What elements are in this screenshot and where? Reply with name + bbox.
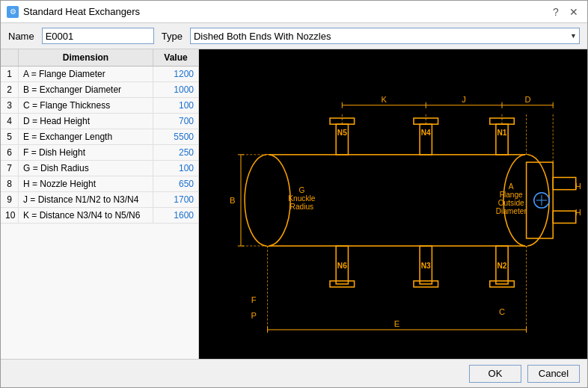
table-row[interactable]: 10 K = Distance N3/N4 to N5/N6 1600: [1, 208, 198, 224]
left-panel: Dimension Value 1 A = Flange Diameter 12…: [1, 49, 199, 359]
cell-value: 100: [153, 98, 198, 113]
svg-text:N5: N5: [337, 129, 347, 137]
cancel-button[interactable]: Cancel: [527, 365, 580, 383]
col-num-header: [1, 49, 19, 66]
table-row[interactable]: 5 E = Exchanger Length 5500: [1, 129, 198, 145]
cell-value: 650: [153, 176, 198, 191]
name-label: Name: [8, 31, 34, 42]
col-value-header: Value: [153, 49, 198, 66]
svg-text:G: G: [298, 186, 304, 194]
cell-value: 100: [153, 161, 198, 176]
svg-text:Radius: Radius: [290, 203, 314, 211]
diagram-svg: K J D B E C: [199, 49, 587, 359]
cell-num: 4: [1, 114, 19, 129]
name-input[interactable]: [42, 28, 154, 44]
cell-dimension: F = Dish Height: [19, 145, 153, 160]
cell-dimension: G = Dish Radius: [19, 161, 153, 176]
main-window: ⚙ Standard Heat Exchangers ? ✕ Name Type…: [0, 0, 588, 388]
table-row[interactable]: 1 A = Flange Diameter 1200: [1, 67, 198, 82]
svg-text:N2: N2: [497, 262, 507, 271]
col-dimension-header: Dimension: [19, 49, 153, 66]
cell-value: 1000: [153, 82, 198, 97]
right-panel: K J D B E C: [199, 49, 587, 359]
table-body: 1 A = Flange Diameter 1200 2 B = Exchang…: [1, 67, 198, 359]
cell-value: 1700: [153, 192, 198, 207]
table-row[interactable]: 6 F = Dish Height 250: [1, 145, 198, 161]
svg-text:D: D: [525, 95, 531, 104]
help-button[interactable]: ?: [548, 4, 563, 19]
svg-text:E: E: [394, 319, 399, 328]
svg-text:F: F: [251, 295, 257, 304]
svg-text:N3: N3: [421, 262, 431, 271]
table-row[interactable]: 4 D = Head Height 700: [1, 114, 198, 129]
app-icon: ⚙: [7, 6, 19, 18]
svg-text:Flange: Flange: [500, 191, 523, 199]
ok-button[interactable]: OK: [469, 365, 521, 383]
table-row[interactable]: 7 G = Dish Radius 100: [1, 161, 198, 176]
bottom-bar: OK Cancel: [1, 359, 587, 387]
type-label: Type: [162, 31, 183, 42]
cell-num: 10: [1, 208, 19, 223]
cell-dimension: J = Distance N1/N2 to N3/N4: [19, 192, 153, 207]
svg-text:H: H: [575, 208, 581, 217]
type-select-container: Dished Both Ends With Nozzles: [190, 28, 580, 44]
title-bar: ⚙ Standard Heat Exchangers ? ✕: [1, 1, 587, 23]
cell-num: 5: [1, 129, 19, 144]
svg-text:A: A: [509, 182, 514, 191]
cell-num: 3: [1, 98, 19, 113]
svg-text:N1: N1: [497, 129, 507, 137]
window-title: Standard Heat Exchangers: [23, 6, 140, 17]
cell-dimension: D = Head Height: [19, 114, 153, 129]
close-button[interactable]: ✕: [566, 4, 581, 19]
svg-text:N4: N4: [421, 129, 431, 137]
svg-text:B: B: [230, 196, 235, 205]
cell-num: 7: [1, 161, 19, 176]
cell-dimension: H = Nozzle Height: [19, 176, 153, 191]
cell-num: 6: [1, 145, 19, 160]
table-row[interactable]: 8 H = Nozzle Height 650: [1, 176, 198, 192]
cell-num: 9: [1, 192, 19, 207]
top-bar: Name Type Dished Both Ends With Nozzles: [1, 23, 587, 49]
cell-num: 1: [1, 67, 19, 81]
title-bar-controls: ? ✕: [548, 4, 581, 19]
table-row[interactable]: 2 B = Exchanger Diameter 1000: [1, 82, 198, 98]
cell-dimension: K = Distance N3/N4 to N5/N6: [19, 208, 153, 223]
svg-text:Diameter: Diameter: [496, 207, 527, 215]
title-bar-left: ⚙ Standard Heat Exchangers: [7, 6, 140, 18]
cell-value: 5500: [153, 129, 198, 144]
svg-text:Outside: Outside: [498, 199, 524, 207]
svg-text:J: J: [462, 95, 466, 104]
svg-text:H: H: [575, 182, 581, 191]
table-row[interactable]: 9 J = Distance N1/N2 to N3/N4 1700: [1, 192, 198, 208]
cell-num: 2: [1, 82, 19, 97]
svg-text:K: K: [382, 95, 388, 104]
cell-dimension: B = Exchanger Diameter: [19, 82, 153, 97]
cell-value: 700: [153, 114, 198, 129]
cell-num: 8: [1, 176, 19, 191]
table-row[interactable]: 3 C = Flange Thickness 100: [1, 98, 198, 114]
cell-value: 1600: [153, 208, 198, 223]
type-select[interactable]: Dished Both Ends With Nozzles: [190, 28, 580, 44]
svg-text:N6: N6: [337, 262, 347, 271]
svg-text:C: C: [499, 307, 505, 316]
main-area: Dimension Value 1 A = Flange Diameter 12…: [1, 49, 587, 359]
table-header: Dimension Value: [1, 49, 198, 67]
cell-dimension: C = Flange Thickness: [19, 98, 153, 113]
svg-text:Knuckle: Knuckle: [288, 194, 315, 203]
cell-value: 1200: [153, 67, 198, 81]
cell-value: 250: [153, 145, 198, 160]
svg-text:P: P: [251, 311, 257, 320]
cell-dimension: E = Exchanger Length: [19, 129, 153, 144]
cell-dimension: A = Flange Diameter: [19, 67, 153, 81]
